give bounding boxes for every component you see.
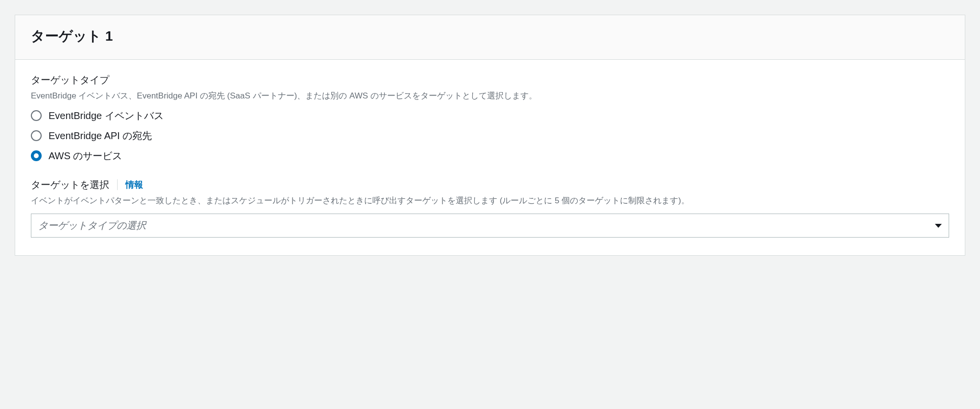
target-type-label: ターゲットタイプ bbox=[31, 73, 949, 87]
select-target-description: イベントがイベントパターンと一致したとき、またはスケジュールがトリガーされたとき… bbox=[31, 194, 949, 207]
target-type-radio-group: EventBridge イベントバス EventBridge API の宛先 A… bbox=[31, 109, 949, 163]
radio-icon-selected bbox=[31, 150, 42, 161]
radio-option-eventbridge-api[interactable]: EventBridge API の宛先 bbox=[31, 129, 949, 143]
target-type-field: ターゲットタイプ EventBridge イベントバス、EventBridge … bbox=[31, 73, 949, 102]
select-placeholder: ターゲットタイプの選択 bbox=[38, 219, 146, 232]
radio-label: EventBridge API の宛先 bbox=[49, 129, 152, 143]
radio-label: EventBridge イベントバス bbox=[49, 109, 164, 122]
panel-header: ターゲット 1 bbox=[15, 15, 965, 60]
select-target-field: ターゲットを選択 情報 イベントがイベントパターンと一致したとき、またはスケジュ… bbox=[31, 178, 949, 207]
radio-option-eventbridge-bus[interactable]: EventBridge イベントバス bbox=[31, 109, 949, 122]
divider bbox=[117, 179, 118, 190]
radio-label: AWS のサービス bbox=[49, 149, 122, 163]
caret-down-icon bbox=[935, 224, 942, 228]
info-link[interactable]: 情報 bbox=[125, 179, 143, 191]
select-target-label-row: ターゲットを選択 情報 bbox=[31, 178, 949, 192]
select-target-label: ターゲットを選択 bbox=[31, 178, 109, 192]
panel-title: ターゲット 1 bbox=[31, 27, 949, 46]
target-panel: ターゲット 1 ターゲットタイプ EventBridge イベントバス、Even… bbox=[15, 15, 965, 256]
target-type-description: EventBridge イベントバス、EventBridge API の宛先 (… bbox=[31, 90, 949, 102]
panel-body: ターゲットタイプ EventBridge イベントバス、EventBridge … bbox=[15, 60, 965, 255]
radio-option-aws-service[interactable]: AWS のサービス bbox=[31, 149, 949, 163]
radio-icon bbox=[31, 110, 42, 121]
radio-icon bbox=[31, 130, 42, 141]
target-type-select[interactable]: ターゲットタイプの選択 bbox=[31, 214, 949, 238]
